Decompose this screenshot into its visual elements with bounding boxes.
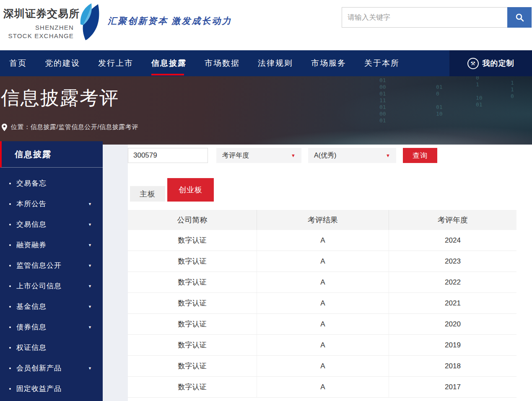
- sidebar-item-label: 上市公司信息: [16, 281, 62, 291]
- search-button[interactable]: [507, 7, 532, 28]
- table-cell: 数字认证: [128, 293, 257, 313]
- table-cell: A: [257, 356, 389, 376]
- bullet-icon: [9, 285, 11, 287]
- nav-item[interactable]: 关于本所: [364, 50, 400, 76]
- table-cell: 数字认证: [128, 377, 257, 397]
- sidebar-title: 信息披露: [15, 149, 52, 160]
- sidebar-item-label: 本所公告: [16, 199, 47, 209]
- sidebar-item[interactable]: 本所公告 ▼: [0, 194, 103, 214]
- sidebar-item[interactable]: 会员创新产品 ▼: [0, 358, 103, 378]
- binary-texture-column: 1 1 0: [511, 80, 514, 100]
- table-cell: A: [257, 314, 389, 334]
- main-navbar: 首页 党的建设 发行上市 信息披露 市场数据 法律规则 市场服务 关于本所 ⚒ …: [0, 50, 532, 76]
- sidebar: 信息披露 交易备忘 ▼ 本所公告 ▼ 交易信息 ▼ 融资融券: [0, 141, 103, 401]
- sidebar-menu: 交易备忘 ▼ 本所公告 ▼ 交易信息 ▼ 融资融券 ▼: [0, 168, 103, 399]
- evaluation-year-dropdown[interactable]: 考评年度 ▼: [216, 148, 301, 163]
- table-header-cell: 考评结果: [257, 210, 389, 230]
- my-customization-button[interactable]: ⚒ 我的定制: [449, 50, 532, 76]
- site-header: 深圳证券交易所 SHENZHEN STOCK EXCHANGE 汇聚创新资本 激…: [0, 0, 532, 50]
- table-cell: 2017: [389, 377, 516, 397]
- tools-icon: ⚒: [467, 58, 479, 69]
- bullet-icon: [9, 306, 11, 308]
- table-cell: 2023: [389, 251, 516, 272]
- table-cell: 数字认证: [128, 272, 257, 292]
- bullet-icon: [9, 367, 11, 369]
- evaluation-year-value: 考评年度: [222, 151, 249, 160]
- szse-logo[interactable]: 深圳证券交易所 SHENZHEN STOCK EXCHANGE: [3, 5, 104, 45]
- sidebar-item[interactable]: 监管信息公开 ▼: [0, 255, 103, 276]
- sidebar-item[interactable]: 交易信息 ▼: [0, 214, 103, 235]
- table-header-cell: 考评年度: [389, 210, 516, 230]
- table-row: 数字认证A2017: [128, 377, 516, 398]
- sidebar-item[interactable]: 基金信息 ▼: [0, 296, 103, 317]
- chevron-down-icon: ▼: [88, 222, 92, 227]
- chevron-down-icon: ▼: [88, 325, 92, 329]
- sidebar-header[interactable]: 信息披露: [0, 141, 103, 168]
- table-row: 数字认证A2023: [128, 251, 516, 272]
- table-header-cell: 公司简称: [128, 210, 257, 230]
- bullet-icon: [9, 183, 11, 184]
- stock-code-input[interactable]: [128, 148, 208, 163]
- sidebar-item[interactable]: 债券信息 ▼: [0, 317, 103, 337]
- binary-texture-column: 01 00 01 11 01 00 01: [379, 77, 386, 124]
- nav-item[interactable]: 首页: [9, 50, 27, 76]
- sidebar-item-label: 固定收益产品: [16, 384, 62, 393]
- bullet-icon: [9, 203, 11, 205]
- sidebar-item[interactable]: 交易备忘 ▼: [0, 173, 103, 194]
- table-cell: 数字认证: [128, 356, 257, 376]
- location-pin-icon: [2, 124, 7, 131]
- binary-texture-column: 01 0 01 10: [436, 84, 443, 117]
- nav-item[interactable]: 党的建设: [45, 50, 80, 76]
- table-cell: A: [257, 377, 389, 397]
- logo-english-name: SHENZHEN STOCK EXCHANGE: [3, 23, 74, 40]
- table-row: 数字认证A2021: [128, 293, 516, 314]
- chevron-down-icon: ▼: [386, 153, 390, 158]
- table-row: 数字认证A2019: [128, 335, 516, 356]
- bullet-icon: [9, 326, 11, 328]
- table-row: 数字认证A2022: [128, 272, 516, 293]
- table-header-row: 公司简称考评结果考评年度: [128, 210, 516, 230]
- table-cell: A: [257, 293, 389, 313]
- table-cell: 2018: [389, 356, 516, 376]
- chevron-down-icon: ▼: [88, 284, 92, 288]
- board-tab[interactable]: 创业板: [167, 178, 214, 202]
- bullet-icon: [9, 265, 11, 266]
- nav-item[interactable]: 市场服务: [311, 50, 346, 76]
- sidebar-item[interactable]: 上市公司信息 ▼: [0, 276, 103, 296]
- sidebar-item-label: 监管信息公开: [16, 261, 62, 270]
- query-button[interactable]: 查询: [403, 148, 437, 163]
- table-cell: A: [257, 272, 389, 292]
- table-cell: A: [257, 335, 389, 355]
- bullet-icon: [9, 224, 11, 225]
- site-search: [342, 7, 532, 28]
- evaluation-result-dropdown[interactable]: A(优秀) ▼: [308, 148, 396, 163]
- page-title: 信息披露考评: [1, 85, 119, 111]
- sidebar-item[interactable]: 融资融券 ▼: [0, 235, 103, 255]
- nav-list: 首页 党的建设 发行上市 信息披露 市场数据 法律规则 市场服务 关于本所: [9, 50, 400, 76]
- nav-item[interactable]: 市场数据: [205, 50, 240, 76]
- board-tab[interactable]: 主板: [130, 186, 165, 202]
- page-banner: 01 00 01 11 01 00 0101 0 01 100 1 10 011…: [0, 76, 532, 145]
- nav-item[interactable]: 发行上市: [98, 50, 133, 76]
- nav-item[interactable]: 信息披露: [151, 50, 187, 76]
- chevron-down-icon: ▼: [88, 243, 92, 247]
- sidebar-content-gutter: [103, 145, 128, 401]
- sidebar-item[interactable]: 权证信息 ▼: [0, 337, 103, 358]
- sidebar-item-label: 基金信息: [16, 302, 47, 311]
- search-input[interactable]: [342, 7, 507, 28]
- logo-chinese-name: 深圳证券交易所: [3, 7, 74, 21]
- sidebar-item[interactable]: 固定收益产品 ▼: [0, 378, 103, 399]
- sidebar-item-label: 融资融券: [16, 240, 47, 250]
- bullet-icon: [9, 388, 11, 390]
- chevron-down-icon: ▼: [88, 202, 92, 206]
- szse-logo-icon: [73, 3, 104, 41]
- table-row: 数字认证A2018: [128, 356, 516, 377]
- table-cell: 数字认证: [128, 251, 257, 272]
- chevron-down-icon: ▼: [88, 305, 92, 309]
- chevron-down-icon: ▼: [291, 153, 296, 158]
- table-cell: 数字认证: [128, 230, 257, 251]
- sidebar-item-label: 交易备忘: [16, 179, 47, 188]
- bullet-icon: [9, 244, 11, 246]
- sidebar-item-label: 交易信息: [16, 220, 47, 229]
- nav-item[interactable]: 法律规则: [258, 50, 293, 76]
